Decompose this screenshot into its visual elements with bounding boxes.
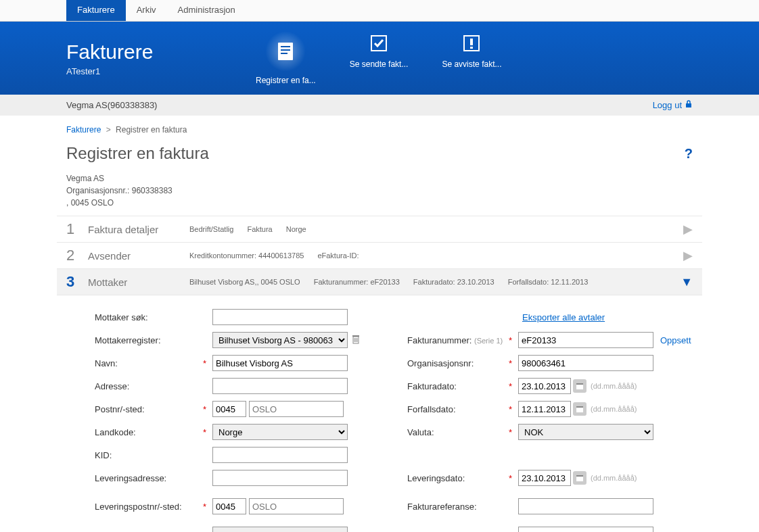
oppsett-link[interactable]: Oppsett bbox=[660, 335, 691, 345]
breadcrumb: Fakturere > Registrer en faktura bbox=[0, 116, 759, 139]
company-orgnr: Organisasjonsnr.: 960338383 bbox=[66, 185, 693, 197]
adresse-label: Adresse: bbox=[95, 381, 203, 391]
svg-rect-10 bbox=[352, 335, 359, 337]
fakturareferanse-input[interactable] bbox=[518, 498, 653, 514]
step-summary: Kreditkontonummer: 44400613785 eFaktura-… bbox=[189, 251, 683, 260]
orgnr-input[interactable] bbox=[518, 355, 653, 371]
kid-input[interactable] bbox=[212, 447, 348, 463]
kid-label: KID: bbox=[95, 450, 203, 460]
tab-arkiv[interactable]: Arkiv bbox=[126, 0, 167, 21]
step-2[interactable]: 2 Avsender Kreditkontonummer: 4440061378… bbox=[57, 242, 702, 268]
alert-icon bbox=[459, 31, 484, 55]
fakturanummer-input[interactable] bbox=[518, 332, 653, 348]
form-right-column: Eksporter alle avtaler Fakturanummer: (S… bbox=[407, 309, 693, 532]
step-label: Faktura detaljer bbox=[88, 224, 189, 235]
banner-subtitle: ATester1 bbox=[66, 66, 256, 76]
fakturareferanse-label: Fakturareferanse: bbox=[407, 502, 509, 512]
chevron-right-icon: ▶ bbox=[683, 248, 693, 263]
action-label: Registrer en fa... bbox=[256, 76, 316, 85]
form-left-column: Mottaker søk: Mottakerregister: Bilhuset… bbox=[95, 309, 380, 532]
sted-input[interactable] bbox=[249, 401, 344, 417]
company-block: Vegma AS Organisasjonsnr.: 960338383 , 0… bbox=[0, 172, 759, 216]
postnr-input[interactable] bbox=[212, 401, 246, 417]
breadcrumb-current: Registrer en faktura bbox=[116, 125, 187, 135]
leveringsadresse-label: Leveringsadresse: bbox=[95, 473, 203, 483]
step-label: Avsender bbox=[88, 250, 189, 262]
banner-title: Fakturere bbox=[66, 41, 256, 64]
form-area: Mottaker søk: Mottakerregister: Bilhuset… bbox=[0, 295, 759, 532]
breadcrumb-root[interactable]: Fakturere bbox=[66, 125, 101, 135]
action-view-sent[interactable]: Se sendte fakt... bbox=[350, 31, 409, 85]
action-label: Se sendte fakt... bbox=[350, 59, 409, 69]
valuta-select[interactable]: NOK bbox=[518, 424, 653, 440]
svg-rect-15 bbox=[576, 383, 583, 385]
mottaker-sok-label: Mottaker søk: bbox=[95, 312, 203, 322]
tab-administrasjon[interactable]: Administrasjon bbox=[167, 0, 246, 21]
action-label: Se avviste fakt... bbox=[442, 59, 501, 69]
svg-rect-0 bbox=[278, 43, 293, 60]
step-label: Mottaker bbox=[88, 276, 189, 288]
svg-rect-1 bbox=[281, 46, 290, 47]
calendar-icon[interactable] bbox=[573, 402, 586, 416]
document-icon bbox=[265, 31, 306, 72]
fakturadato-input[interactable] bbox=[518, 378, 571, 394]
calendar-icon[interactable] bbox=[573, 471, 586, 485]
svg-rect-8 bbox=[686, 103, 691, 107]
svg-rect-6 bbox=[470, 39, 473, 45]
step-num: 1 bbox=[66, 220, 88, 238]
tab-fakturere[interactable]: Fakturere bbox=[66, 0, 126, 21]
leveringspostnr-input[interactable] bbox=[212, 498, 246, 514]
leveringsadresse-input[interactable] bbox=[212, 470, 348, 486]
eksporter-link[interactable]: Eksporter alle avtaler bbox=[522, 312, 605, 322]
help-icon[interactable]: ? bbox=[685, 146, 693, 162]
leveringsland-select[interactable]: Norge bbox=[212, 527, 348, 532]
leveringsland-label: Leveringsland: bbox=[95, 530, 203, 533]
fakturadato-label: Fakturadato: bbox=[407, 381, 509, 391]
step-num: 3 bbox=[66, 273, 88, 291]
deres-ref-label: Deres ref: bbox=[407, 530, 509, 533]
action-view-rejected[interactable]: Se avviste fakt... bbox=[442, 31, 501, 85]
banner: Fakturere ATester1 Registrer en fa... Se… bbox=[0, 22, 759, 95]
forfallsdato-input[interactable] bbox=[518, 401, 571, 417]
svg-rect-3 bbox=[281, 53, 288, 54]
deres-ref-input[interactable] bbox=[518, 527, 653, 532]
orgnr-label: Organisasjonsnr: bbox=[407, 358, 509, 368]
mottakerregister-label: Mottakerregister: bbox=[95, 335, 203, 345]
navn-label: Navn: bbox=[95, 358, 203, 368]
mottakerregister-select[interactable]: Bilhuset Visborg AS - 980063 bbox=[212, 332, 348, 348]
valuta-label: Valuta: bbox=[407, 427, 509, 437]
subheader: Vegma AS(960338383) Logg ut bbox=[0, 95, 759, 116]
step-1[interactable]: 1 Faktura detaljer Bedrift/Statlig Faktu… bbox=[57, 216, 702, 242]
company-context: Vegma AS(960338383) bbox=[66, 100, 157, 110]
logout-link[interactable]: Logg ut bbox=[653, 100, 693, 110]
leveringsdato-label: Leveringsdato: bbox=[407, 473, 509, 483]
svg-rect-19 bbox=[576, 475, 583, 477]
mottaker-sok-input[interactable] bbox=[212, 309, 348, 325]
landkode-label: Landkode: bbox=[95, 427, 203, 437]
navn-input[interactable] bbox=[212, 355, 348, 371]
svg-rect-2 bbox=[281, 49, 290, 51]
company-address: , 0045 OSLO bbox=[66, 197, 693, 209]
top-nav: Fakturere Arkiv Administrasjon bbox=[0, 0, 759, 22]
action-register-invoice[interactable]: Registrer en fa... bbox=[256, 31, 316, 85]
step-3[interactable]: 3 Mottaker Bilhuset Visborg AS,, 0045 OS… bbox=[57, 268, 702, 295]
check-icon bbox=[367, 31, 391, 55]
step-summary: Bilhuset Visborg AS,, 0045 OSLO Fakturan… bbox=[189, 278, 681, 286]
forfallsdato-label: Forfallsdato: bbox=[407, 404, 509, 414]
landkode-select[interactable]: Norge bbox=[212, 424, 348, 440]
leveringspostnr-label: Leveringspostnr/-sted: bbox=[95, 502, 203, 512]
leveringsdato-input[interactable] bbox=[518, 470, 571, 486]
lock-icon bbox=[685, 100, 693, 110]
leveringssted-input[interactable] bbox=[249, 498, 344, 514]
postnr-label: Postnr/-sted: bbox=[95, 404, 203, 414]
step-summary: Bedrift/Statlig Faktura Norge bbox=[189, 225, 683, 233]
adresse-input[interactable] bbox=[212, 378, 348, 394]
fakturanummer-label: Fakturanummer: (Serie 1) bbox=[407, 335, 509, 345]
calendar-icon[interactable] bbox=[573, 379, 586, 393]
steps: 1 Faktura detaljer Bedrift/Statlig Faktu… bbox=[0, 216, 759, 295]
chevron-down-icon: ▼ bbox=[681, 275, 693, 289]
trash-icon[interactable] bbox=[352, 335, 360, 346]
svg-rect-17 bbox=[576, 406, 583, 408]
date-hint: (dd.mm.åååå) bbox=[591, 405, 637, 413]
date-hint: (dd.mm.åååå) bbox=[591, 474, 637, 482]
